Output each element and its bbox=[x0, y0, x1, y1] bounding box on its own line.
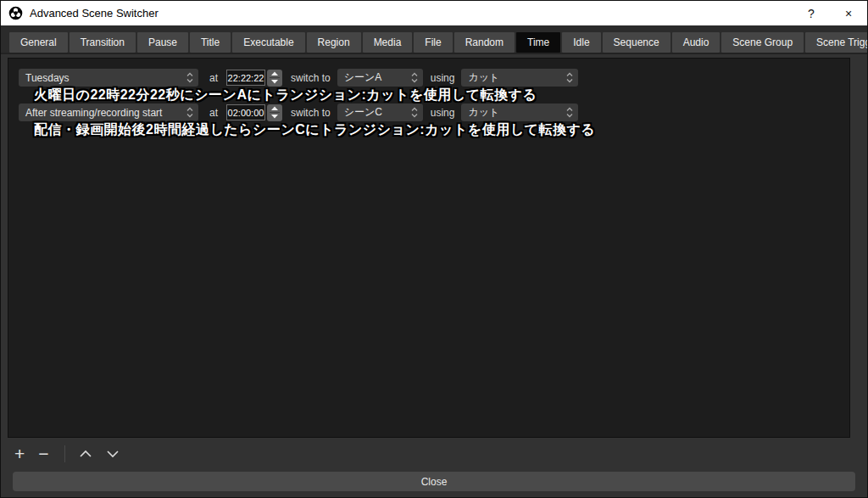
scene-select-value: シーンA bbox=[344, 70, 382, 85]
combo-arrows-icon bbox=[410, 71, 419, 84]
transition-select[interactable]: カット bbox=[461, 104, 578, 121]
close-icon: × bbox=[845, 7, 852, 20]
at-label: at bbox=[209, 107, 218, 119]
trigger-select[interactable]: Tuesdays bbox=[19, 69, 198, 87]
trigger-select[interactable]: After streaming/recording start bbox=[19, 104, 198, 121]
scene-select-value: シーンC bbox=[344, 105, 382, 120]
transition-select[interactable]: カット bbox=[461, 69, 578, 87]
chevron-down-icon bbox=[106, 450, 120, 458]
tab-bar: General Transition Pause Title Executabl… bbox=[1, 25, 867, 54]
time-spinner[interactable] bbox=[267, 104, 282, 121]
combo-arrows-icon bbox=[410, 106, 419, 119]
minus-icon: − bbox=[38, 445, 48, 462]
tab-file[interactable]: File bbox=[414, 32, 452, 53]
titlebar: Advanced Scene Switcher ? × bbox=[1, 1, 867, 25]
tab-executable[interactable]: Executable bbox=[232, 32, 304, 53]
move-down-button[interactable] bbox=[106, 450, 120, 458]
time-input-group bbox=[226, 104, 282, 121]
help-button[interactable]: ? bbox=[793, 1, 830, 25]
tab-region[interactable]: Region bbox=[307, 32, 361, 53]
list-toolbar: + − bbox=[14, 444, 867, 464]
annotation-caption: 火曜日の22時22分22秒にシーンAにトランジション:カットを使用して転換する bbox=[34, 87, 849, 104]
time-switch-panel: Tuesdays at switch to シーンA bbox=[8, 58, 850, 438]
combo-arrows-icon bbox=[565, 71, 574, 84]
window-title: Advanced Scene Switcher bbox=[30, 7, 793, 20]
plus-icon: + bbox=[14, 445, 25, 462]
scene-select[interactable]: シーンA bbox=[337, 69, 423, 87]
time-switch-row: Tuesdays at switch to シーンA bbox=[19, 69, 849, 87]
time-switch-row: After streaming/recording start at switc… bbox=[19, 104, 849, 121]
tab-scene-group[interactable]: Scene Group bbox=[721, 32, 804, 53]
close-dialog-button[interactable]: Close bbox=[13, 472, 855, 491]
tab-random[interactable]: Random bbox=[454, 32, 515, 53]
tab-idle[interactable]: Idle bbox=[562, 32, 600, 53]
obs-logo-icon bbox=[8, 6, 23, 20]
using-label: using bbox=[431, 107, 455, 119]
add-switch-button[interactable]: + bbox=[14, 445, 25, 462]
spin-up-icon bbox=[270, 106, 279, 111]
scene-select[interactable]: シーンC bbox=[337, 104, 423, 121]
tab-sequence[interactable]: Sequence bbox=[603, 32, 670, 53]
switch-to-label: switch to bbox=[291, 72, 331, 84]
tab-scene-triggers[interactable]: Scene Triggers bbox=[805, 32, 868, 53]
chevron-up-icon bbox=[79, 450, 92, 458]
remove-switch-button[interactable]: − bbox=[38, 445, 48, 462]
spin-down-icon bbox=[270, 114, 279, 119]
time-input[interactable] bbox=[226, 104, 265, 120]
trigger-select-value: After streaming/recording start bbox=[25, 107, 162, 119]
close-window-button[interactable]: × bbox=[830, 1, 867, 25]
time-input-group bbox=[226, 70, 282, 87]
spin-down-icon bbox=[270, 79, 279, 84]
combo-arrows-icon bbox=[186, 106, 194, 119]
using-label: using bbox=[431, 72, 455, 84]
at-label: at bbox=[209, 72, 218, 84]
tab-transition[interactable]: Transition bbox=[70, 32, 136, 53]
toolbar-divider bbox=[64, 445, 65, 462]
tab-time[interactable]: Time bbox=[516, 32, 560, 53]
transition-select-value: カット bbox=[468, 70, 499, 85]
tab-pause[interactable]: Pause bbox=[137, 32, 188, 53]
time-spinner[interactable] bbox=[267, 70, 282, 87]
tab-title[interactable]: Title bbox=[190, 32, 231, 53]
combo-arrows-icon bbox=[565, 106, 574, 119]
advanced-scene-switcher-window: Advanced Scene Switcher ? × General Tran… bbox=[0, 0, 868, 498]
time-input[interactable] bbox=[226, 70, 265, 86]
move-up-button[interactable] bbox=[79, 450, 92, 458]
switch-to-label: switch to bbox=[291, 107, 331, 119]
tab-general[interactable]: General bbox=[9, 32, 68, 53]
transition-select-value: カット bbox=[468, 105, 499, 120]
spin-up-icon bbox=[270, 71, 279, 76]
tab-media[interactable]: Media bbox=[363, 32, 413, 53]
tab-audio[interactable]: Audio bbox=[672, 32, 721, 53]
annotation-caption: 配信・録画開始後2時間経過したらシーンCにトランジション:カットを使用して転換す… bbox=[34, 121, 849, 138]
trigger-select-value: Tuesdays bbox=[25, 72, 70, 84]
combo-arrows-icon bbox=[186, 71, 194, 84]
